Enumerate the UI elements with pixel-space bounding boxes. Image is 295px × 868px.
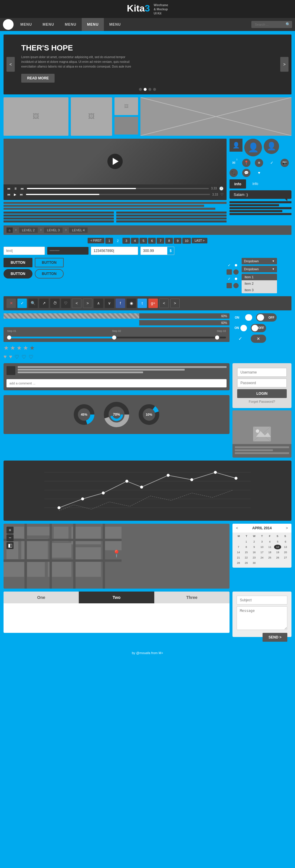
slider-thumb-2[interactable] (112, 336, 116, 340)
location-icon[interactable]: 📍 (242, 159, 251, 167)
email-icon[interactable]: ✉ 1 (230, 159, 238, 167)
cal-day-15[interactable]: 15 (243, 550, 250, 555)
video-prev-button[interactable]: ⏮ (6, 192, 11, 197)
nav-item-1[interactable]: MENU (15, 18, 37, 31)
map-zoom-out[interactable]: − (6, 534, 13, 541)
page-btn-6[interactable]: 6 (148, 238, 156, 244)
comment-input[interactable] (6, 379, 227, 388)
heart-5[interactable]: ♡ (29, 354, 33, 360)
slider-thumb-1[interactable] (7, 336, 11, 340)
hero-read-more-button[interactable]: Read more (21, 74, 55, 83)
chevron-right-action-icon[interactable]: > (83, 299, 92, 308)
cal-day-13[interactable]: 13 (282, 545, 289, 549)
cal-day-25[interactable]: 25 (266, 555, 273, 560)
close-action-icon[interactable]: ✕ (6, 299, 16, 308)
down-action-icon[interactable]: ∨ (105, 299, 114, 308)
number-input[interactable] (91, 247, 138, 255)
cal-day-27[interactable]: 27 (282, 555, 289, 560)
cal-day-1[interactable]: 1 (243, 539, 250, 544)
checkbox-2[interactable] (227, 269, 232, 275)
button-outline-round-1[interactable]: BUTTON (35, 269, 64, 279)
nav-item-5[interactable]: MENU (104, 18, 126, 31)
button-dark-1[interactable]: BUTTON (4, 258, 32, 267)
dropdown-item-2[interactable]: Item 2 (241, 280, 277, 287)
button-outline-1[interactable]: BUTTON (35, 258, 64, 267)
star-5[interactable]: ★ (30, 344, 35, 351)
nav-item-2[interactable]: MENU (37, 18, 59, 31)
hero-dot-1[interactable] (139, 88, 142, 91)
cal-next-button[interactable]: > (286, 526, 288, 530)
page-btn-5[interactable]: 5 (139, 238, 147, 244)
cal-day-5[interactable]: 5 (274, 539, 282, 544)
hero-arrow-left[interactable]: < (6, 57, 15, 72)
pagination-first[interactable]: < FIRST (88, 238, 105, 243)
slider-thumb-3[interactable] (215, 336, 219, 340)
search-action-icon[interactable]: 🔍 (28, 299, 38, 308)
username-input[interactable] (237, 368, 287, 377)
checkbox-1[interactable] (227, 262, 232, 268)
dropdown-1[interactable]: Dropdown (241, 258, 277, 265)
check-action-icon[interactable]: ✓ (18, 299, 27, 308)
cal-prev-button[interactable]: < (236, 526, 238, 530)
star-2[interactable]: ★ (10, 344, 15, 351)
angle-right-icon[interactable]: > (170, 299, 179, 308)
video-progress-bar[interactable] (27, 188, 209, 189)
cal-day-28[interactable]: 28 (235, 561, 242, 565)
page-btn-7[interactable]: 7 (157, 238, 164, 244)
password-input[interactable] (47, 247, 89, 255)
tab-one[interactable]: One (4, 592, 79, 603)
toggle-off-2[interactable]: OFF (251, 324, 266, 332)
cal-day-19[interactable]: 19 (274, 550, 282, 555)
login-password-input[interactable] (237, 378, 287, 388)
cal-day-11[interactable]: 11 (266, 545, 273, 549)
video-play-button[interactable] (107, 154, 123, 169)
message-textarea[interactable] (237, 606, 287, 630)
cal-day-12[interactable]: 12 (274, 545, 282, 549)
video-skip-forward-button[interactable]: ⏭ (20, 186, 25, 191)
list-icon[interactable]: ≡ (255, 159, 263, 167)
heart-filled-icon[interactable]: ♥ (255, 169, 263, 177)
twitter-icon[interactable]: t (137, 299, 147, 308)
breadcrumb-level-2[interactable]: LEVEL 2 (19, 227, 38, 233)
hero-dot-3[interactable] (149, 88, 151, 91)
video-next-button[interactable]: ⏭ (19, 192, 24, 197)
button-cyan-outline-1[interactable]: BUTTON (66, 258, 95, 267)
cal-day-8[interactable]: 8 (243, 545, 250, 549)
cal-day-30[interactable]: 30 (251, 561, 258, 565)
page-btn-2[interactable]: 2 (114, 238, 122, 244)
radio-3[interactable] (233, 276, 239, 281)
dropdown-2[interactable]: Dropdown (241, 266, 277, 272)
cal-day-22[interactable]: 22 (243, 555, 250, 560)
heart-3[interactable]: ♡ (14, 354, 19, 360)
cal-day-26[interactable]: 26 (274, 555, 282, 560)
heart-2[interactable]: ♥ (9, 354, 12, 360)
checkbox-3[interactable] (227, 276, 232, 281)
star-3[interactable]: ★ (17, 344, 22, 351)
cal-day-9[interactable]: 9 (251, 545, 258, 549)
cal-day-20[interactable]: 20 (282, 550, 289, 555)
cal-day-3[interactable]: 3 (258, 539, 266, 544)
cal-day-17[interactable]: 17 (258, 550, 266, 555)
cal-day-21[interactable]: 21 (235, 555, 242, 560)
breadcrumb-level-3[interactable]: LEVEL 3 (44, 227, 63, 233)
video-play-small-button[interactable]: ▶ (13, 192, 17, 197)
toggle-off-1[interactable]: OFF (256, 313, 277, 321)
send-button[interactable]: SEND > (263, 633, 287, 642)
search-icon[interactable]: 🔍 (286, 22, 290, 27)
hero-dot-4[interactable] (153, 88, 156, 91)
breadcrumb-home[interactable]: ⌂ (6, 227, 13, 233)
login-button[interactable]: LOGIN (237, 389, 287, 398)
chat-icon[interactable]: 💬 (242, 169, 251, 177)
cal-day-14[interactable]: 14 (235, 550, 242, 555)
search-input[interactable] (253, 22, 286, 27)
slider-track[interactable] (7, 337, 226, 338)
video-pause-button[interactable]: ⏸ (13, 186, 18, 191)
facebook-icon[interactable]: f (116, 299, 125, 308)
text-input[interactable] (4, 247, 45, 255)
nav-item-4[interactable]: MENU (82, 18, 104, 31)
cal-day-29[interactable]: 29 (243, 561, 250, 565)
share-action-icon[interactable]: ↗ (39, 299, 49, 308)
hero-arrow-right[interactable]: > (280, 57, 289, 72)
page-btn-1[interactable]: 1 (105, 238, 113, 244)
cal-day-18[interactable]: 18 (266, 550, 273, 555)
